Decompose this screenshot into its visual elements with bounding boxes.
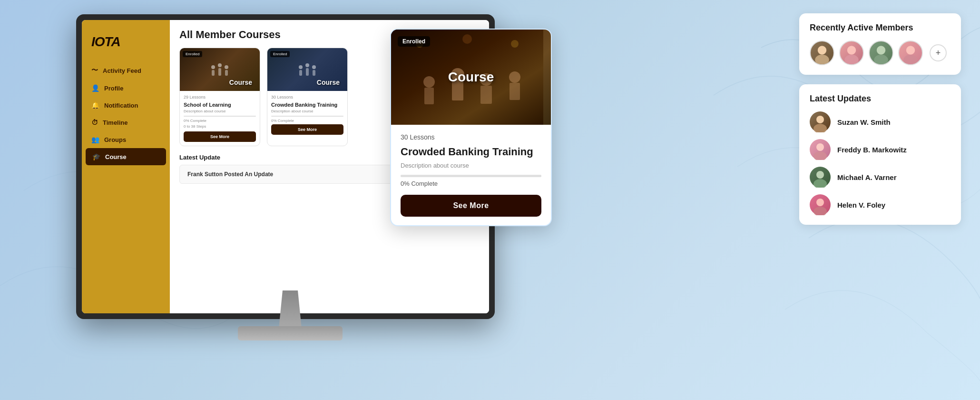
floating-course-card: Enrolled Course 30 Lessons Crowded Banki… bbox=[390, 29, 552, 226]
svg-point-17 bbox=[874, 55, 888, 65]
card-course-label-1: Course bbox=[229, 79, 252, 86]
updates-list: Suzan W. Smith Freddy B. Markowitz Micha… bbox=[810, 111, 951, 215]
member-avatar-1[interactable] bbox=[810, 40, 834, 65]
floating-lessons: 30 Lessons bbox=[401, 133, 541, 141]
see-more-btn-2[interactable]: See More bbox=[271, 124, 343, 135]
floating-enrolled-badge: Enrolled bbox=[398, 36, 430, 47]
more-members-btn[interactable]: + bbox=[930, 44, 947, 61]
course-desc-2: Description about course bbox=[271, 109, 343, 113]
sidebar-item-groups[interactable]: 👥 Groups bbox=[82, 131, 170, 148]
course-name-2: Crowded Banking Training bbox=[271, 101, 343, 108]
lessons-count-2: 30 Lessons bbox=[271, 95, 343, 100]
figure-group-2 bbox=[299, 63, 316, 76]
sidebar-item-notification[interactable]: 🔔 Notification bbox=[82, 97, 170, 114]
update-avatar-3 bbox=[810, 167, 831, 188]
progress-text-1: 0% Complete bbox=[184, 119, 256, 123]
floating-see-more-btn[interactable]: See More bbox=[401, 195, 541, 217]
course-card-image-2: Course Enrolled bbox=[267, 48, 347, 91]
update-name-1: Suzan W. Smith bbox=[837, 118, 891, 126]
card-body-1: 29 Lessons School of Learning Descriptio… bbox=[180, 91, 260, 146]
course-card-image-1: Course Enrolled bbox=[180, 48, 260, 91]
figure-4 bbox=[299, 65, 303, 76]
update-name-2: Freddy B. Markowitz bbox=[837, 146, 907, 154]
svg-point-1 bbox=[423, 76, 435, 88]
figure-3 bbox=[225, 65, 228, 76]
recently-active-panel: Recently Active Members + bbox=[799, 13, 961, 75]
lessons-count-1: 29 Lessons bbox=[184, 95, 256, 100]
floating-progress-text: 0% Complete bbox=[401, 180, 541, 187]
sidebar-item-label: Activity Feed bbox=[103, 67, 141, 74]
right-panel: Recently Active Members + Latest Updates bbox=[799, 13, 961, 234]
enrolled-badge-2: Enrolled bbox=[270, 51, 290, 57]
svg-point-22 bbox=[816, 143, 824, 151]
update-row-4: Helen V. Foley bbox=[810, 194, 951, 215]
member-avatar-2[interactable] bbox=[839, 40, 864, 65]
svg-point-18 bbox=[906, 46, 915, 54]
svg-point-11 bbox=[511, 40, 519, 48]
course-card-2: Course Enrolled 30 Lessons Crowded Banki… bbox=[267, 48, 348, 146]
update-row-2: Freddy B. Markowitz bbox=[810, 139, 951, 160]
svg-point-14 bbox=[847, 46, 856, 54]
timeline-icon: ⏱ bbox=[91, 119, 98, 126]
floating-progress-bar bbox=[401, 175, 541, 177]
course-icon: 🎓 bbox=[92, 153, 100, 160]
figure-6 bbox=[312, 65, 316, 76]
card-course-label-2: Course bbox=[317, 79, 340, 86]
member-avatar-4[interactable] bbox=[898, 40, 923, 65]
sidebar-item-course[interactable]: 🎓 Course bbox=[86, 148, 166, 165]
see-more-btn-1[interactable]: See More bbox=[184, 131, 256, 142]
members-row: + bbox=[810, 40, 951, 65]
svg-point-13 bbox=[815, 55, 829, 65]
svg-rect-2 bbox=[424, 88, 434, 104]
svg-point-15 bbox=[844, 55, 859, 65]
sidebar-item-label: Timeline bbox=[103, 119, 128, 126]
latest-updates-title: Latest Updates bbox=[810, 94, 951, 104]
svg-rect-8 bbox=[510, 83, 520, 100]
monitor-base bbox=[238, 326, 343, 340]
svg-point-24 bbox=[816, 171, 824, 179]
course-desc-1: Description about course bbox=[184, 109, 256, 113]
sidebar-item-activity[interactable]: 〜 Activity Feed bbox=[82, 61, 170, 80]
update-name-3: Michael A. Varner bbox=[837, 173, 897, 181]
svg-point-7 bbox=[509, 71, 520, 83]
svg-point-27 bbox=[813, 207, 827, 215]
figure-2 bbox=[218, 63, 222, 76]
svg-point-16 bbox=[877, 46, 885, 54]
svg-point-19 bbox=[903, 55, 918, 65]
progress-bar-1 bbox=[184, 116, 256, 117]
floating-course-label: Course bbox=[448, 70, 494, 85]
floating-card-body: 30 Lessons Crowded Banking Training Desc… bbox=[391, 125, 551, 225]
app-logo: IOTA bbox=[82, 30, 170, 61]
update-avatar-1 bbox=[810, 111, 831, 132]
activity-icon: 〜 bbox=[91, 66, 98, 75]
floating-course-name: Crowded Banking Training bbox=[401, 146, 541, 158]
update-name-4: Helen V. Foley bbox=[837, 201, 885, 209]
figure-1 bbox=[211, 65, 215, 76]
sidebar: IOTA 〜 Activity Feed 👤 Profile 🔔 Notific… bbox=[82, 20, 170, 313]
steps-text-1: 0 to 38 Steps bbox=[184, 124, 256, 129]
update-row-3: Michael A. Varner bbox=[810, 167, 951, 188]
svg-point-21 bbox=[813, 124, 827, 132]
sidebar-item-label: Groups bbox=[104, 136, 126, 143]
enrolled-badge-1: Enrolled bbox=[183, 51, 202, 57]
recently-active-title: Recently Active Members bbox=[810, 23, 951, 33]
progress-text-2: 0% Complete bbox=[271, 119, 343, 123]
sidebar-item-label: Course bbox=[105, 153, 127, 160]
update-row-1: Suzan W. Smith bbox=[810, 111, 951, 132]
groups-icon: 👥 bbox=[91, 136, 99, 143]
card-body-2: 30 Lessons Crowded Banking Training Desc… bbox=[267, 91, 347, 139]
progress-bar-2 bbox=[271, 116, 343, 117]
svg-point-25 bbox=[813, 179, 827, 188]
svg-point-26 bbox=[816, 199, 824, 206]
svg-point-20 bbox=[816, 116, 824, 123]
sidebar-item-label: Profile bbox=[104, 85, 123, 92]
course-card-1: Course Enrolled 29 Lessons School of Lea… bbox=[179, 48, 260, 146]
sidebar-item-profile[interactable]: 👤 Profile bbox=[82, 80, 170, 97]
notification-icon: 🔔 bbox=[91, 101, 99, 109]
latest-updates-panel: Latest Updates Suzan W. Smith Freddy B. … bbox=[799, 84, 961, 225]
course-name-1: School of Learning bbox=[184, 101, 256, 108]
member-avatar-3[interactable] bbox=[869, 40, 893, 65]
sidebar-item-timeline[interactable]: ⏱ Timeline bbox=[82, 114, 170, 131]
svg-point-10 bbox=[462, 34, 472, 44]
update-avatar-4 bbox=[810, 194, 831, 215]
